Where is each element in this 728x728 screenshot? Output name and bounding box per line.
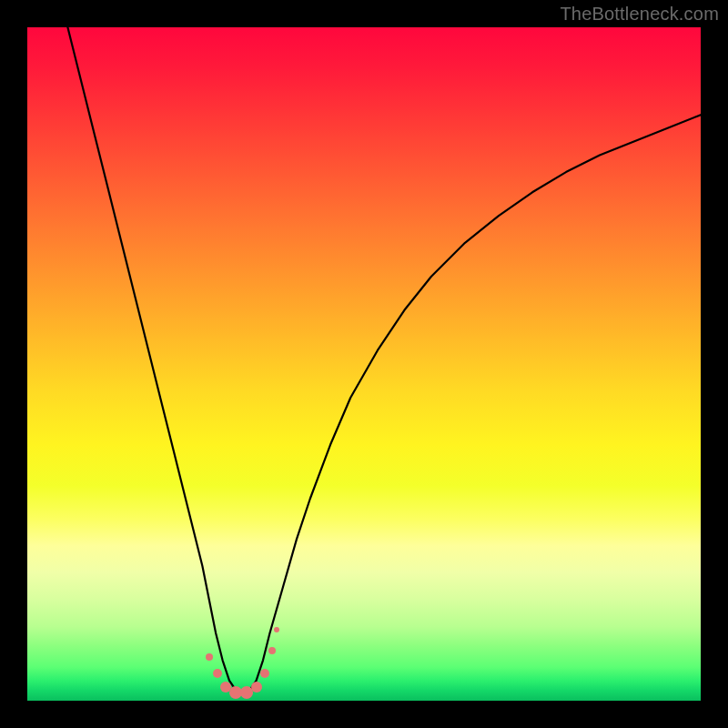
curve-marker — [260, 669, 269, 678]
curve-marker — [274, 627, 279, 632]
chart-frame: TheBottleneck.com — [0, 0, 728, 728]
watermark-text: TheBottleneck.com — [560, 4, 719, 25]
plot-area — [27, 27, 701, 701]
curve-marker — [268, 647, 276, 654]
curve-svg — [27, 27, 701, 701]
curve-marker — [213, 669, 222, 678]
curve-marker — [251, 682, 262, 693]
curve-marker — [206, 653, 213, 661]
bottleneck-curve — [67, 27, 701, 694]
